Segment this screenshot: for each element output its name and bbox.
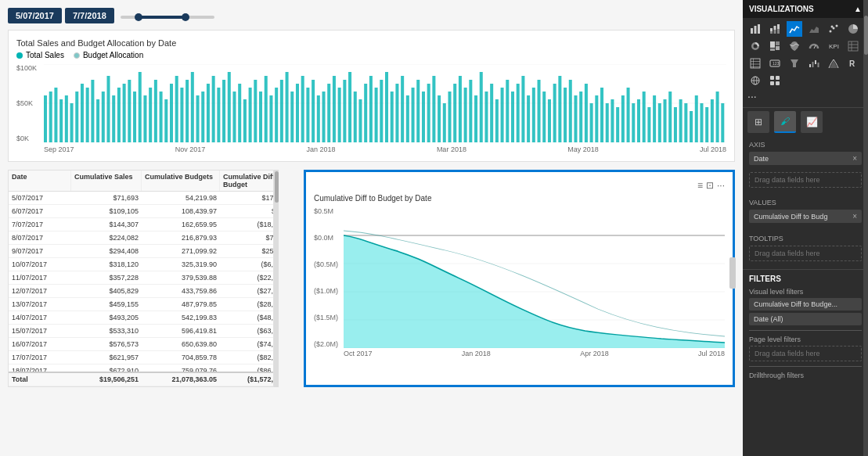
legend-dot-budget	[74, 52, 80, 59]
tooltips-label: Tooltips	[749, 235, 862, 242]
table-cell-3-2: 216,879.93	[142, 232, 220, 244]
drag-fields-area-top[interactable]: Drag data fields here	[743, 172, 868, 194]
svg-rect-126	[690, 111, 693, 142]
drag-fields-text[interactable]: Drag data fields here	[749, 172, 862, 188]
table-body[interactable]: 5/07/2017$71,69354,219.98$17,4736/07/201…	[9, 192, 273, 372]
svg-point-152	[831, 26, 834, 28]
table-row: 9/07/2017$294,408271,099.92$25,308	[9, 245, 273, 258]
svg-rect-66	[375, 88, 378, 142]
kpi-icon[interactable]: KPI	[826, 38, 841, 54]
table-cell-0-2: 54,219.98	[142, 192, 220, 204]
format-tab[interactable]: 🖌	[774, 111, 796, 133]
svg-rect-108	[595, 95, 598, 142]
popup-menu-icon[interactable]: ≡	[697, 180, 703, 191]
ribbon-icon[interactable]	[826, 56, 841, 71]
svg-rect-21	[139, 72, 142, 142]
svg-rect-44	[259, 92, 262, 142]
svg-rect-116	[637, 99, 640, 142]
matrix-icon[interactable]	[747, 56, 763, 71]
map-icon[interactable]	[787, 38, 802, 54]
svg-rect-104	[574, 95, 577, 142]
svg-rect-130	[711, 99, 714, 142]
table-cell-11-0: 16/07/2017	[9, 338, 71, 350]
svg-rect-118	[647, 107, 650, 142]
data-table: Date Cumulative Sales Cumulative Budgets…	[8, 170, 274, 387]
svg-line-158	[814, 45, 816, 48]
panel-scrollbar[interactable]	[863, 0, 868, 456]
chart-legend: Total Sales Budget Allocation	[16, 51, 726, 59]
custom-icon[interactable]	[767, 73, 783, 88]
globe-icon[interactable]	[747, 73, 763, 88]
y-label-50k: $50K	[16, 99, 37, 107]
stacked-bar-icon[interactable]	[767, 21, 783, 37]
svg-text:KPI: KPI	[829, 43, 839, 50]
table-icon[interactable]	[845, 38, 861, 54]
slider-handle-right[interactable]	[182, 13, 189, 21]
more-icons-indicator[interactable]: ···	[747, 88, 863, 104]
svg-rect-81	[453, 84, 456, 142]
svg-rect-24	[154, 80, 157, 142]
gauge-icon[interactable]	[806, 38, 822, 54]
svg-rect-33	[201, 92, 204, 142]
area-chart-icon[interactable]	[806, 21, 822, 37]
svg-rect-86	[480, 72, 483, 142]
values-field-close[interactable]: ×	[852, 212, 857, 221]
svg-rect-155	[776, 41, 780, 45]
filter-divider	[749, 330, 862, 331]
svg-point-149	[830, 31, 832, 33]
col-header-date: Date	[9, 171, 71, 191]
table-scroll-bar[interactable]	[274, 170, 279, 387]
svg-rect-39	[232, 92, 236, 142]
table-cell-12-0: 17/07/2017	[9, 351, 71, 364]
line-x-3: Jul 2018	[698, 350, 725, 357]
svg-rect-14	[102, 92, 105, 142]
filter-cumulative-diff[interactable]: Cumulative Diff to Budge...	[749, 298, 862, 311]
svg-rect-84	[469, 80, 472, 142]
funnel-icon[interactable]	[787, 56, 802, 71]
start-date-button[interactable]: 5/07/2017	[8, 8, 62, 23]
analytics-tab[interactable]: 📈	[801, 111, 823, 133]
svg-rect-20	[133, 92, 136, 142]
popup-expand-icon[interactable]: ⊡	[706, 180, 714, 191]
svg-rect-182	[770, 81, 774, 85]
slider-handle-left[interactable]	[135, 13, 142, 21]
filter-date[interactable]: Date (All)	[749, 313, 862, 325]
tooltips-drag[interactable]: Drag data fields here	[749, 246, 862, 261]
svg-rect-10	[81, 84, 84, 142]
svg-rect-16	[112, 95, 115, 142]
table-cell-4-3: $25,308	[220, 245, 273, 257]
top-chart-title: Total Sales and Budget Allocation by Dat…	[16, 38, 726, 48]
date-slider[interactable]	[117, 16, 218, 19]
svg-rect-147	[777, 29, 780, 34]
r-icon[interactable]: R	[845, 56, 861, 71]
table-cell-6-0: 11/07/2017	[9, 271, 71, 284]
svg-rect-95	[527, 95, 530, 142]
table-cell-9-2: 542,199.83	[142, 311, 220, 324]
pie-chart-icon[interactable]	[845, 21, 861, 37]
svg-rect-37	[222, 80, 225, 142]
fields-tab[interactable]: ⊞	[747, 111, 769, 133]
svg-rect-23	[149, 88, 152, 142]
waterfall-icon[interactable]	[806, 56, 822, 71]
svg-rect-132	[721, 103, 724, 142]
bar-chart-icon[interactable]	[747, 21, 763, 37]
card-icon[interactable]: 123	[767, 56, 783, 71]
table-row: 5/07/2017$71,69354,219.98$17,473	[9, 192, 273, 205]
popup-more-icon[interactable]: ···	[717, 180, 725, 191]
table-cell-13-3: ($86,170)	[220, 364, 273, 372]
svg-rect-87	[484, 92, 488, 142]
treemap-icon[interactable]	[767, 38, 783, 54]
axis-field-close[interactable]: ×	[852, 154, 857, 163]
popup-resize-handle[interactable]	[729, 257, 736, 289]
donut-icon[interactable]	[747, 38, 763, 54]
line-y-5: ($2.0M)	[314, 340, 344, 348]
svg-rect-62	[354, 92, 357, 142]
line-chart-area: $0.5M $0.0M ($0.5M) ($1.0M) ($1.5M) ($2.…	[314, 207, 725, 348]
scatter-icon[interactable]	[826, 21, 841, 37]
page-level-drag[interactable]: Drag data fields here	[749, 346, 862, 361]
table-row: 16/07/2017$576,573650,639.80($74,067)	[9, 338, 273, 351]
svg-rect-80	[448, 92, 451, 142]
top-chart-area: Total Sales and Budget Allocation by Dat…	[8, 30, 735, 162]
line-chart-icon[interactable]	[787, 21, 802, 37]
end-date-button[interactable]: 7/7/2018	[65, 8, 114, 23]
